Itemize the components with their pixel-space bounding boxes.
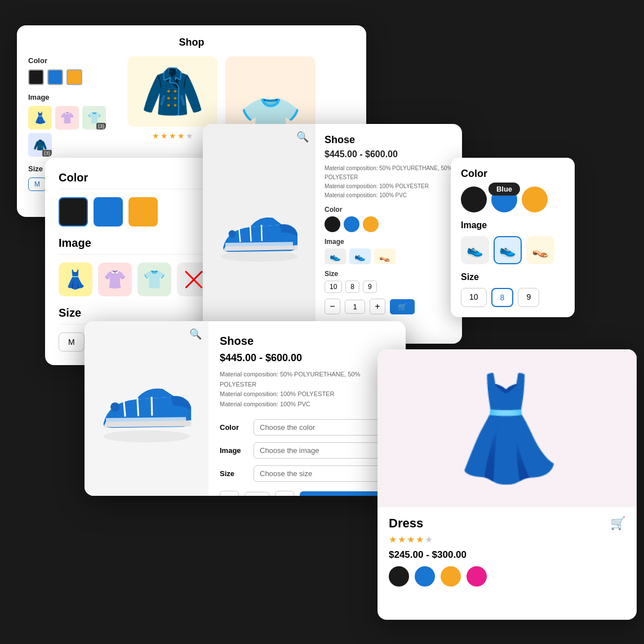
- tooltip-color-title: Color: [461, 168, 565, 180]
- tooltip-badge: Blue: [488, 183, 520, 196]
- product-card-hoodie[interactable]: 🧥: [127, 56, 217, 127]
- shoe-page-qty-input[interactable]: [245, 492, 269, 496]
- tooltip-size-8[interactable]: 8: [491, 288, 514, 307]
- dress-price: $245.00 - $300.00: [389, 549, 625, 561]
- big-color-swatches: [59, 197, 223, 226]
- image-thumb-shirt-green[interactable]: 👕(3): [82, 106, 106, 130]
- image-thumb-dress[interactable]: 👗: [28, 106, 52, 130]
- shoe-page-image: [96, 369, 197, 448]
- image-select[interactable]: Choose the image ▾: [254, 442, 394, 459]
- color-field: Color Choose the color ▾: [220, 419, 394, 436]
- qty-input[interactable]: [345, 300, 365, 314]
- detail-size-8[interactable]: 8: [345, 281, 359, 293]
- color-section-title: Color: [59, 171, 223, 189]
- dress-image-area: 👗: [377, 349, 637, 507]
- shoe-page-qty-increase[interactable]: +: [275, 491, 294, 496]
- tooltip-img-2[interactable]: 👟: [494, 236, 522, 264]
- dress-emoji: 👗: [444, 377, 571, 479]
- big-swatch-black[interactable]: [59, 197, 88, 226]
- qty-increase-btn[interactable]: +: [370, 299, 385, 314]
- tooltip-swatch-black[interactable]: [461, 186, 487, 212]
- dress-color-blue[interactable]: [415, 566, 435, 587]
- svg-point-3: [104, 430, 190, 443]
- size-attr-label: Size: [325, 270, 453, 278]
- detail-color-gold[interactable]: [363, 216, 379, 232]
- dress-name: Dress: [389, 516, 423, 531]
- big-swatch-blue[interactable]: [94, 197, 123, 226]
- shoe-page-qty-decrease[interactable]: −: [220, 491, 239, 496]
- add-to-cart-small-btn[interactable]: 🛒: [390, 299, 415, 314]
- shoe-page-price: $445.00 - $600.00: [220, 352, 394, 364]
- svg-point-4: [110, 402, 119, 411]
- big-img-dress[interactable]: 👗: [59, 263, 92, 296]
- color-swatches: [28, 69, 118, 85]
- detail-size-10[interactable]: 10: [325, 281, 342, 293]
- product-stars: ★★★★★: [152, 131, 193, 140]
- big-img-shirt-pink[interactable]: 👚: [98, 263, 132, 296]
- tooltip-size-10[interactable]: 10: [461, 288, 487, 307]
- image-filter-label: Image: [28, 93, 118, 101]
- size-attr-row: 10 8 9: [325, 281, 453, 293]
- big-image-grid: 👗 👚 👕: [59, 263, 223, 296]
- shoe-detail-panel: 🔍 Shose $445.00 - $600.00 Material compo…: [203, 124, 462, 344]
- qty-row: − + 🛒: [325, 299, 453, 314]
- size-chip-m[interactable]: M: [28, 177, 46, 191]
- shoe-page-panel: 🔍 Shose $445.00 - $600.00 Material compo…: [85, 321, 406, 496]
- detail-size-9[interactable]: 9: [363, 281, 377, 293]
- shoe-info: Shose $445.00 - $600.00 Material composi…: [316, 124, 462, 344]
- detail-color-black[interactable]: [325, 216, 340, 232]
- color-swatch-gold[interactable]: [66, 69, 82, 85]
- size-field: Size Choose the size ▾: [220, 465, 394, 482]
- svg-point-2: [229, 230, 236, 238]
- image-field-label: Image: [220, 446, 248, 455]
- image-thumb-jacket[interactable]: 🧥(3): [28, 133, 52, 157]
- shoe-page-desc: Material composition: 50% POLYURETHANE, …: [220, 370, 394, 409]
- tooltip-img-row: 👟 👟 👡: [461, 236, 565, 264]
- tooltip-size-title: Size: [461, 272, 565, 282]
- image-field: Image Choose the image ▾: [220, 442, 394, 459]
- shoe-name: Shose: [325, 134, 453, 146]
- image-section-title: Image: [59, 237, 223, 255]
- magnify-icon[interactable]: 🔍: [296, 131, 309, 143]
- big-img-shirt-green[interactable]: 👕: [137, 263, 171, 296]
- detail-color-blue[interactable]: [344, 216, 359, 232]
- qty-decrease-btn[interactable]: −: [325, 299, 340, 314]
- color-tooltip-panel: Color Blue Image 👟 👟 👡 Size 10 8 9: [451, 158, 575, 317]
- dress-stars: ★★★★★: [389, 534, 625, 545]
- shoe-image: [214, 200, 304, 268]
- tooltip-color-row: Blue: [461, 186, 565, 212]
- image-thumb-shirt-pink[interactable]: 👚: [55, 106, 79, 130]
- dress-color-black[interactable]: [389, 566, 409, 587]
- tooltip-swatch-blue[interactable]: Blue: [491, 186, 517, 212]
- big-size-m[interactable]: M: [59, 332, 85, 352]
- tooltip-img-1[interactable]: 👟: [461, 236, 489, 264]
- shoe-page-image-area: 🔍: [85, 321, 208, 496]
- color-select[interactable]: Choose the color ▾: [254, 419, 394, 436]
- detail-img-1[interactable]: 👟: [325, 248, 346, 264]
- dress-info: Dress 🛒 ★★★★★ $245.00 - $300.00: [377, 507, 637, 596]
- size-select[interactable]: Choose the size ▾: [254, 465, 394, 482]
- color-swatch-blue[interactable]: [47, 69, 63, 85]
- image-grid: 👗 👚 👕(3) 🧥(3): [28, 106, 118, 157]
- shoe-desc: Material composition: 50% POLYURETHANE, …: [325, 164, 453, 200]
- shoe-page-name: Shose: [220, 335, 394, 348]
- dress-color-gold[interactable]: [441, 566, 461, 587]
- shoe-page-magnify-icon[interactable]: 🔍: [189, 328, 202, 340]
- detail-img-3[interactable]: 👡: [374, 248, 396, 264]
- shoe-page-qty-row: − + Add to cart: [220, 491, 394, 496]
- tooltip-size-9[interactable]: 9: [518, 288, 539, 307]
- color-field-label: Color: [220, 423, 248, 432]
- size-field-label: Size: [220, 469, 248, 478]
- tooltip-size-row: 10 8 9: [461, 288, 565, 307]
- dress-colors: [389, 566, 625, 587]
- tooltip-img-3[interactable]: 👡: [526, 236, 554, 264]
- tooltip-swatch-gold[interactable]: [522, 186, 548, 212]
- cart-icon[interactable]: 🛒: [610, 516, 625, 531]
- big-swatch-gold[interactable]: [128, 197, 158, 226]
- svg-point-1: [221, 251, 297, 261]
- detail-img-2[interactable]: 👟: [349, 248, 371, 264]
- dress-color-pink[interactable]: [467, 566, 487, 587]
- color-attr-label: Color: [325, 206, 453, 214]
- color-swatch-black[interactable]: [28, 69, 44, 85]
- dress-panel: 👗 Dress 🛒 ★★★★★ $245.00 - $300.00: [377, 349, 637, 620]
